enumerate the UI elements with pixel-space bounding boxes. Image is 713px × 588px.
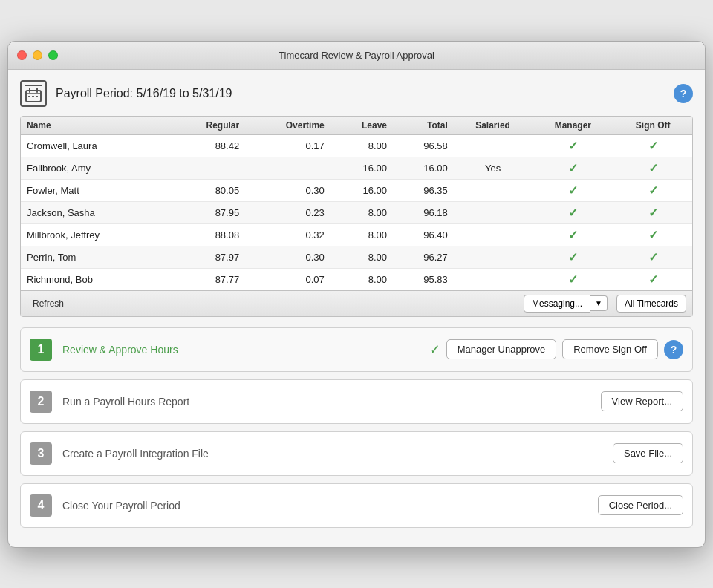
cell-overtime: 0.30 (245, 246, 331, 268)
window-title: Timecard Review & Payroll Approval (279, 50, 434, 61)
table-body: Cromwell, Laura 88.42 0.17 8.00 96.58 ✓ … (21, 134, 692, 290)
table-footer: Refresh Messaging... ▼ All Timecards (21, 290, 692, 316)
cell-salaried: Yes (454, 157, 533, 179)
step-action-button[interactable]: Close Period... (598, 495, 683, 515)
all-timecards-button[interactable]: All Timecards (616, 295, 686, 313)
cell-regular: 88.42 (169, 134, 245, 157)
manager-check-icon: ✓ (568, 140, 578, 152)
manager-check-icon: ✓ (568, 251, 578, 264)
manager-check-icon: ✓ (568, 273, 578, 286)
footer-actions: Messaging... ▼ All Timecards (524, 295, 686, 313)
cell-regular: 87.97 (169, 246, 245, 268)
cell-manager: ✓ (532, 201, 613, 223)
cell-signoff: ✓ (613, 157, 692, 179)
table-row[interactable]: Richmond, Bob 87.77 0.07 8.00 95.83 ✓ ✓ (21, 268, 692, 290)
cell-manager: ✓ (532, 179, 613, 201)
cell-total: 96.35 (393, 179, 454, 201)
table-row[interactable]: Fallbrook, Amy 16.00 16.00 Yes ✓ ✓ (21, 157, 692, 179)
cell-overtime: 0.32 (245, 223, 331, 246)
col-regular: Regular (169, 117, 245, 135)
step-label-1: Review & Approve Hours (62, 344, 423, 356)
signoff-check-icon: ✓ (648, 251, 658, 264)
col-overtime: Overtime (245, 117, 331, 135)
messaging-dropdown-button[interactable]: ▼ (590, 295, 608, 311)
step-label-4: Close Your Payroll Period (62, 500, 598, 512)
step-badge-1: 1 (30, 339, 52, 361)
cell-manager: ✓ (532, 157, 613, 179)
cell-total: 96.58 (393, 134, 454, 157)
cell-name: Richmond, Bob (21, 268, 169, 290)
minimize-button[interactable] (33, 50, 42, 60)
cell-signoff: ✓ (613, 134, 692, 157)
svg-rect-5 (32, 96, 34, 97)
steps-container: 1 Review & Approve Hours ✓ Manager Unapp… (20, 327, 693, 528)
cell-name: Fowler, Matt (21, 179, 169, 201)
table-header-row: Name Regular Overtime Leave Total Salari… (21, 117, 692, 135)
cell-salaried (454, 179, 533, 201)
step-action-button[interactable]: Remove Sign Off (562, 339, 658, 359)
employee-table-container: Name Regular Overtime Leave Total Salari… (20, 116, 693, 317)
traffic-lights (17, 50, 58, 60)
cell-signoff: ✓ (613, 179, 692, 201)
table-row[interactable]: Perrin, Tom 87.97 0.30 8.00 96.27 ✓ ✓ (21, 246, 692, 268)
cell-regular: 80.05 (169, 179, 245, 201)
cell-name: Fallbrook, Amy (21, 157, 169, 179)
cell-regular: 88.08 (169, 223, 245, 246)
cell-overtime: 0.07 (245, 268, 331, 290)
cell-manager: ✓ (532, 223, 613, 246)
table-row[interactable]: Fowler, Matt 80.05 0.30 16.00 96.35 ✓ ✓ (21, 179, 692, 201)
signoff-check-icon: ✓ (648, 140, 658, 152)
table-row[interactable]: Jackson, Sasha 87.95 0.23 8.00 96.18 ✓ ✓ (21, 201, 692, 223)
table-row[interactable]: Cromwell, Laura 88.42 0.17 8.00 96.58 ✓ … (21, 134, 692, 157)
step-action-button[interactable]: Manager Unapprove (446, 339, 557, 359)
period-left: Payroll Period: 5/16/19 to 5/31/19 (20, 80, 232, 107)
cell-regular (169, 157, 245, 179)
cell-regular: 87.95 (169, 201, 245, 223)
cell-salaried (454, 268, 533, 290)
svg-rect-4 (28, 96, 30, 97)
cell-leave: 16.00 (331, 179, 393, 201)
signoff-check-icon: ✓ (648, 229, 658, 241)
step-badge-3: 3 (30, 442, 52, 465)
messaging-button[interactable]: Messaging... (524, 295, 590, 313)
cell-manager: ✓ (532, 134, 613, 157)
cell-leave: 16.00 (331, 157, 393, 179)
cell-salaried (454, 223, 533, 246)
col-name: Name (21, 117, 169, 135)
manager-check-icon: ✓ (568, 229, 578, 241)
manager-check-icon: ✓ (568, 206, 578, 219)
titlebar: Timecard Review & Payroll Approval (8, 42, 705, 70)
cell-leave: 8.00 (331, 246, 393, 268)
step-help-button[interactable]: ? (664, 340, 683, 359)
table-scroll-area[interactable]: Name Regular Overtime Leave Total Salari… (21, 117, 692, 290)
cell-overtime: 0.30 (245, 179, 331, 201)
cell-regular: 87.77 (169, 268, 245, 290)
cell-signoff: ✓ (613, 223, 692, 246)
cell-manager: ✓ (532, 268, 613, 290)
signoff-check-icon: ✓ (648, 206, 658, 219)
cell-name: Jackson, Sasha (21, 201, 169, 223)
cell-overtime (245, 157, 331, 179)
cell-manager: ✓ (532, 246, 613, 268)
signoff-check-icon: ✓ (648, 184, 658, 197)
help-button[interactable]: ? (674, 84, 693, 103)
close-button[interactable] (17, 50, 27, 60)
cell-signoff: ✓ (613, 246, 692, 268)
step-action-button[interactable]: View Report... (601, 391, 683, 411)
step-section-1: 1 Review & Approve Hours ✓ Manager Unapp… (20, 327, 693, 372)
maximize-button[interactable] (48, 50, 58, 60)
step-badge-2: 2 (30, 391, 52, 413)
cell-name: Cromwell, Laura (21, 134, 169, 157)
step-section-3: 3 Create a Payroll Integration File Save… (20, 431, 693, 476)
refresh-button[interactable]: Refresh (27, 295, 70, 313)
cell-overtime: 0.17 (245, 134, 331, 157)
cell-total: 96.18 (393, 201, 454, 223)
cell-salaried (454, 201, 533, 223)
step-label-2: Run a Payroll Hours Report (62, 396, 601, 408)
svg-rect-6 (36, 96, 38, 97)
table-row[interactable]: Millbrook, Jeffrey 88.08 0.32 8.00 96.40… (21, 223, 692, 246)
cell-total: 96.40 (393, 223, 454, 246)
step-action-button[interactable]: Save File... (613, 443, 683, 463)
col-manager: Manager (532, 117, 613, 135)
step-label-3: Create a Payroll Integration File (62, 448, 613, 460)
